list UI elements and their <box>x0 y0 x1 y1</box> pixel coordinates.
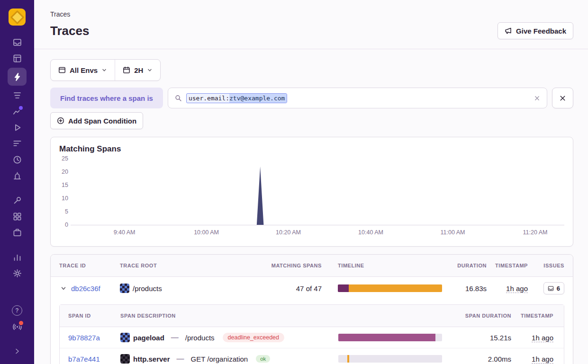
insights-notification-dot <box>18 105 24 111</box>
col-matching-spans: Matching Spans <box>257 263 326 268</box>
page-title: Traces <box>50 24 89 38</box>
time-range-value: 2H <box>134 66 143 74</box>
sentry-logo[interactable] <box>9 9 26 26</box>
project-avatar <box>120 354 130 364</box>
sidebar-item-stats[interactable] <box>8 249 27 265</box>
col-span-timestamp: Timestamp <box>511 313 555 319</box>
megaphone-icon <box>505 27 512 35</box>
sidebar-item-queues[interactable] <box>8 87 27 103</box>
sidebar-item-settings[interactable] <box>8 265 27 281</box>
queues-icon <box>13 91 22 100</box>
sidebar-item-issues[interactable] <box>8 34 27 50</box>
dash-separator: — <box>171 333 179 342</box>
whats-new-notification-dot <box>18 320 24 326</box>
span-duration: 15.21s <box>442 334 511 342</box>
sidebar-collapse-toggle[interactable] <box>8 343 27 359</box>
spans-table: Span ID Span Description Span Duration T… <box>59 304 564 364</box>
main-area: Traces Traces Give Feedback All Envs 2H <box>34 0 588 364</box>
plus-circle-icon <box>57 117 64 124</box>
span-timeline-bar[interactable] <box>338 334 442 341</box>
span-id-link[interactable]: 9b78827a <box>68 334 120 342</box>
span-timestamp: 1h ago <box>511 334 555 342</box>
chevron-right-icon <box>13 347 21 355</box>
col-issues: Issues <box>528 263 564 268</box>
span-search-row: Find traces where a span is user.email:z… <box>50 88 573 108</box>
sidebar-item-help[interactable]: ? <box>8 302 27 319</box>
span-search-input[interactable]: user.email:ztv@example.com <box>168 88 547 108</box>
chevron-down-icon <box>101 67 107 73</box>
time-range-selector[interactable]: 2H <box>115 60 160 80</box>
span-row: b7a7e441 http.server — GET /organization… <box>60 348 564 364</box>
spans-table-header: Span ID Span Description Span Duration T… <box>60 305 564 327</box>
remove-condition-button[interactable] <box>552 88 573 108</box>
issues-icon <box>13 38 22 47</box>
span-op: http.server <box>133 355 170 363</box>
trace-issues-button[interactable]: 6 <box>543 282 564 294</box>
dashboards-grid-icon <box>13 212 22 221</box>
collapse-trace-button[interactable] <box>59 284 68 293</box>
breadcrumb[interactable]: Traces <box>50 10 573 18</box>
dash-separator: — <box>177 355 184 363</box>
replays-play-icon <box>13 123 22 132</box>
trace-duration: 16.83s <box>442 284 487 293</box>
wrench-icon <box>13 196 22 205</box>
page-content: All Envs 2H Find traces where a span is … <box>34 49 588 364</box>
trace-row: db26c36f /products 47 of 47 16.83s 1h ag… <box>51 277 573 300</box>
span-timeline-bar[interactable] <box>338 355 442 363</box>
trace-issues-count: 6 <box>557 285 560 292</box>
give-feedback-button[interactable]: Give Feedback <box>498 22 573 39</box>
project-avatar <box>120 333 130 342</box>
sidebar-item-toolbar[interactable] <box>8 192 27 208</box>
sidebar-item-replays[interactable] <box>8 119 27 135</box>
environment-value: All Envs <box>70 66 98 74</box>
project-avatar <box>120 284 129 293</box>
col-trace-root: Trace Root <box>120 263 257 268</box>
span-status-badge: deadline_exceeded <box>223 333 284 342</box>
clear-x-icon <box>534 95 540 101</box>
releases-clock-icon <box>13 155 22 164</box>
search-icon <box>175 95 182 102</box>
traces-table-header: Trace ID Trace Root Matching Spans Timel… <box>51 255 573 277</box>
profiling-flamegraph-icon <box>13 139 22 148</box>
matching-spans-chart-card: Matching Spans 0510152025 9:40 AM10:00 A… <box>50 137 573 247</box>
span-id-link[interactable]: b7a7e441 <box>68 355 120 363</box>
issues-icon <box>548 285 554 292</box>
sidebar-item-organization[interactable] <box>8 224 27 240</box>
chevron-down-icon <box>147 67 153 73</box>
briefcase-icon <box>13 228 22 237</box>
projects-icon <box>13 54 22 63</box>
sidebar-item-projects[interactable] <box>8 50 27 66</box>
trace-id-link[interactable]: db26c36f <box>71 284 100 293</box>
close-x-icon <box>559 95 566 102</box>
col-trace-id: Trace ID <box>59 263 120 268</box>
sidebar-item-dashboards[interactable] <box>8 208 27 224</box>
stats-bars-icon <box>13 253 22 262</box>
sentry-logo-mark <box>10 10 24 24</box>
sidebar-item-crons[interactable] <box>8 168 27 184</box>
span-row: 9b78827a pageload — /products deadline_e… <box>60 327 564 348</box>
trace-timeline-bar[interactable] <box>338 284 442 292</box>
page-header: Traces Traces Give Feedback <box>34 0 588 49</box>
sidebar-item-profiling[interactable] <box>8 135 27 151</box>
span-status-badge: ok <box>256 355 270 363</box>
search-clear-button[interactable] <box>534 95 540 101</box>
search-token-value: ztv@example.com <box>229 94 287 103</box>
add-span-condition-label: Add Span Condition <box>68 117 136 125</box>
sidebar-item-whats-new[interactable] <box>8 319 27 335</box>
sidebar-item-traces[interactable] <box>8 68 27 86</box>
chart-plot-area[interactable] <box>71 159 564 225</box>
help-icon: ? <box>12 305 22 316</box>
col-span-id: Span ID <box>68 313 120 319</box>
chart-plot-svg <box>71 159 564 225</box>
environment-icon <box>58 66 66 74</box>
search-token[interactable]: user.email:ztv@example.com <box>186 93 288 103</box>
filter-bar: All Envs 2H <box>50 59 161 81</box>
chevron-down-icon <box>60 285 67 292</box>
environment-selector[interactable]: All Envs <box>51 60 115 80</box>
span-op: pageload <box>133 334 164 342</box>
sidebar-item-insights[interactable] <box>8 103 27 119</box>
matching-spans-value: 47 of 47 <box>257 284 326 293</box>
sidebar-item-releases[interactable] <box>8 151 27 168</box>
settings-gear-icon <box>13 269 22 278</box>
add-span-condition-button[interactable]: Add Span Condition <box>50 112 143 129</box>
